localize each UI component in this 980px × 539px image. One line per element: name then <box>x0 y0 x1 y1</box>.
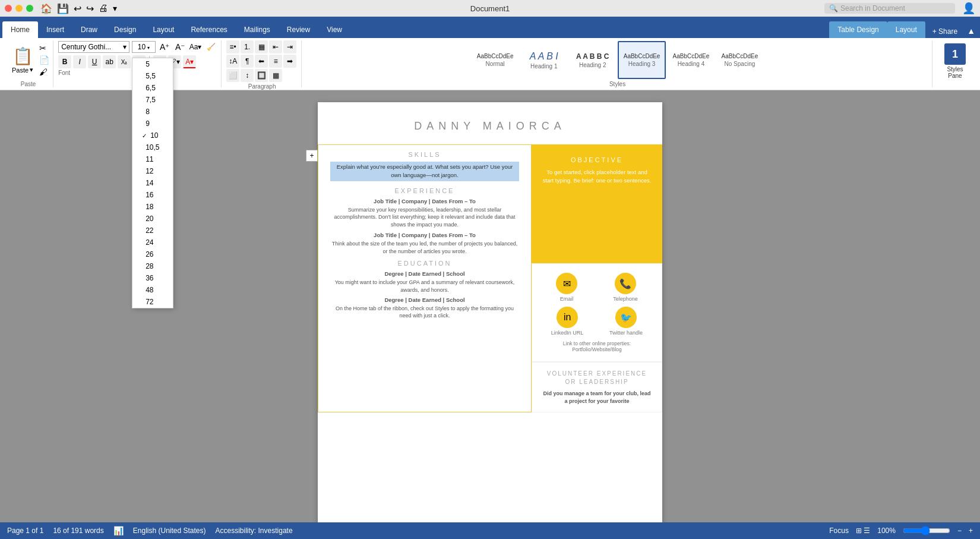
shading-button[interactable]: 🔲 <box>255 69 268 82</box>
telephone-icon-circle[interactable]: 📞 <box>615 273 636 294</box>
line-spacing-button[interactable]: ↕ <box>241 69 254 82</box>
share-button[interactable]: + Share <box>925 25 965 38</box>
font-size-option-22[interactable]: 22 <box>132 225 173 237</box>
bold-button[interactable]: B <box>58 55 71 68</box>
skills-text[interactable]: Explain what you're especially good at. … <box>330 162 519 181</box>
font-size-option-65[interactable]: 6,5 <box>132 82 173 94</box>
print-icon[interactable]: 🖨 <box>99 3 108 14</box>
paste-dropdown-arrow[interactable]: ▾ <box>30 66 33 74</box>
font-size-dropdown-arrow[interactable]: ▾ <box>147 45 150 51</box>
more-icon[interactable]: ▾ <box>113 4 117 13</box>
paste-button[interactable]: 📋 Paste ▾ <box>7 44 38 76</box>
change-case-button[interactable]: Aa▾ <box>189 40 202 53</box>
font-size-option-12[interactable]: 12 <box>132 165 173 177</box>
decrease-font-button[interactable]: A⁻ <box>173 40 186 53</box>
font-size-option-10[interactable]: ✓10 <box>132 130 173 141</box>
track-changes-icon[interactable]: 📊 <box>113 526 124 535</box>
font-color-button[interactable]: A▾ <box>183 55 196 68</box>
twitter-icon-circle[interactable]: 🐦 <box>615 307 637 328</box>
tab-design[interactable]: Design <box>106 21 144 38</box>
italic-button[interactable]: I <box>73 55 86 68</box>
tab-references[interactable]: References <box>182 21 235 38</box>
tab-layout-contextual[interactable]: Layout <box>887 21 925 38</box>
linkedin-label: LinkedIn URL <box>551 330 584 336</box>
undo-icon[interactable]: ↩ <box>74 3 81 14</box>
font-size-option-24[interactable]: 24 <box>132 237 173 248</box>
tab-layout[interactable]: Layout <box>144 21 182 38</box>
style-heading4[interactable]: AaBbCcDdEe Heading 4 <box>667 41 715 79</box>
minimize-button[interactable] <box>15 5 23 12</box>
style-normal[interactable]: AaBbCcDdEe Normal <box>472 41 519 79</box>
clear-formatting-button[interactable]: 🧹 <box>204 40 217 53</box>
search-box[interactable]: 🔍 Search in Document <box>824 3 955 14</box>
decrease-indent-button[interactable]: ⇤ <box>269 40 282 53</box>
save-icon[interactable]: 💾 <box>57 3 69 14</box>
style-no-spacing[interactable]: AaBbCcDdEe No Spacing <box>716 41 763 79</box>
align-center-button[interactable]: ≡ <box>269 55 282 68</box>
collapse-ribbon-button[interactable]: ▲ <box>965 24 978 38</box>
font-size-option-105[interactable]: 10,5 <box>132 141 173 153</box>
font-name-selector[interactable]: Century Gothi... ▾ <box>58 41 129 53</box>
increase-indent-button[interactable]: ⇥ <box>283 40 296 53</box>
font-size-selector[interactable]: 10 ▾ <box>132 41 156 53</box>
add-content-handle[interactable]: + <box>306 150 318 162</box>
tab-mailings[interactable]: Mailings <box>236 21 279 38</box>
borders-button[interactable]: ▦ <box>269 69 282 82</box>
style-heading2[interactable]: A A B B C Heading 2 <box>569 41 617 79</box>
tab-view[interactable]: View <box>318 21 350 38</box>
tab-draw[interactable]: Draw <box>72 21 106 38</box>
style-heading1[interactable]: A A B I Heading 1 <box>520 41 568 79</box>
tab-insert[interactable]: Insert <box>38 21 72 38</box>
font-size-option-20[interactable]: 20 <box>132 213 173 225</box>
copy-icon[interactable]: 📄 <box>39 55 49 65</box>
align-left-button[interactable]: ⬅ <box>255 55 268 68</box>
font-size-option-55[interactable]: 5,5 <box>132 70 173 82</box>
close-button[interactable] <box>5 5 12 12</box>
justify-button[interactable]: ⬜ <box>226 69 239 82</box>
font-size-option-72[interactable]: 72 <box>132 296 173 308</box>
tab-table-design[interactable]: Table Design <box>829 21 887 38</box>
align-right-button[interactable]: ➡ <box>283 55 296 68</box>
zoom-slider[interactable] <box>903 526 950 535</box>
email-icon-circle[interactable]: ✉ <box>556 273 577 294</box>
focus-button[interactable]: Focus <box>829 527 849 535</box>
tab-home[interactable]: Home <box>2 21 38 38</box>
font-size-option-8[interactable]: 8 <box>132 106 173 118</box>
font-size-option-18[interactable]: 18 <box>132 201 173 213</box>
redo-icon[interactable]: ↪ <box>86 3 94 14</box>
font-size-option-36[interactable]: 36 <box>132 272 173 284</box>
font-size-option-14[interactable]: 14 <box>132 177 173 189</box>
cut-icon[interactable]: ✂ <box>39 43 49 53</box>
font-size-option-9[interactable]: 9 <box>132 118 173 130</box>
bullet-list-button[interactable]: ≡• <box>226 40 239 53</box>
home-icon[interactable]: 🏠 <box>40 3 52 14</box>
sort-button[interactable]: ↕A <box>226 55 239 68</box>
numbered-list-button[interactable]: 1. <box>241 40 254 53</box>
font-size-option-16[interactable]: 16 <box>132 189 173 201</box>
format-painter-icon[interactable]: 🖌 <box>39 67 49 77</box>
strikethrough-button[interactable]: ab <box>103 55 116 68</box>
maximize-button[interactable] <box>26 5 33 12</box>
font-size-option-28[interactable]: 28 <box>132 260 173 272</box>
multilevel-list-button[interactable]: ▦ <box>255 40 268 53</box>
language[interactable]: English (United States) <box>133 527 206 535</box>
user-icon[interactable]: 👤 <box>962 2 975 15</box>
font-size-option-5[interactable]: 5 <box>132 58 173 70</box>
font-name-dropdown-arrow[interactable]: ▾ <box>123 43 127 51</box>
zoom-out-icon[interactable]: − <box>957 527 962 535</box>
style-heading3[interactable]: AaBbCcDdEe Heading 3 <box>618 41 666 79</box>
styles-pane-button[interactable]: 1 Styles Pane <box>937 40 973 82</box>
font-size-option-48[interactable]: 48 <box>132 284 173 296</box>
font-size-option-75[interactable]: 7,5 <box>132 94 173 106</box>
view-mode-icons[interactable]: ⊞ ☰ <box>856 527 870 535</box>
underline-button[interactable]: U <box>88 55 101 68</box>
zoom-in-icon[interactable]: + <box>969 527 973 535</box>
accessibility-status[interactable]: Accessibility: Investigate <box>216 527 293 535</box>
subscript-button[interactable]: X₂ <box>118 55 131 68</box>
font-size-option-26[interactable]: 26 <box>132 248 173 260</box>
show-formatting-button[interactable]: ¶ <box>241 55 254 68</box>
increase-font-button[interactable]: A⁺ <box>158 40 171 53</box>
tab-review[interactable]: Review <box>279 21 318 38</box>
linkedin-icon-circle[interactable]: in <box>557 307 578 328</box>
font-size-option-11[interactable]: 11 <box>132 153 173 165</box>
